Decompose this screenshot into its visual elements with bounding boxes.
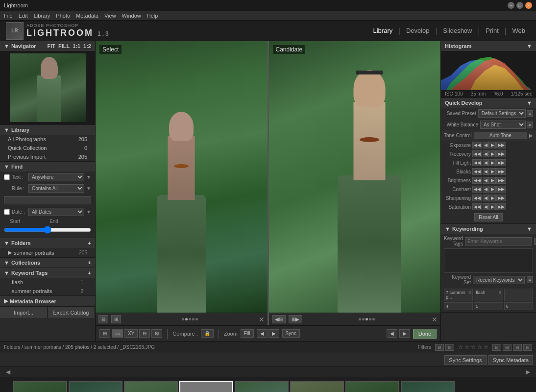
contrast-r[interactable]: ▶ <box>489 186 496 193</box>
brightness-rr[interactable]: ▶▶ <box>496 177 506 184</box>
exposure-rr[interactable]: ▶▶ <box>496 142 506 148</box>
select-zoom-in[interactable]: ⊞ <box>111 315 121 323</box>
done-button[interactable]: Done <box>413 329 437 339</box>
keyword-tags-add-btn[interactable]: + <box>88 270 91 276</box>
white-balance-options[interactable]: ≡ <box>527 122 533 128</box>
sync-settings-btn[interactable]: Sync Settings <box>444 355 486 365</box>
reset-all-btn[interactable]: Reset All <box>474 213 502 221</box>
navigator-thumbnail[interactable] <box>0 51 95 124</box>
film-thumb-7[interactable] <box>345 381 399 392</box>
status-icon-3[interactable]: ⊟ <box>513 344 522 351</box>
menu-edit[interactable]: Edit <box>19 13 28 19</box>
exposure-r[interactable]: ▶ <box>489 142 496 148</box>
menu-photo[interactable]: Photo <box>56 13 70 19</box>
film-thumb-6[interactable] <box>290 381 344 392</box>
menu-help[interactable]: Help <box>147 13 158 19</box>
module-slideshow[interactable]: Slideshow <box>438 25 477 36</box>
saved-preset-options[interactable]: ≡ <box>527 110 533 117</box>
find-date-select[interactable]: All Dates <box>28 208 84 216</box>
folders-add-btn[interactable]: + <box>88 240 91 246</box>
next-btn[interactable]: ▶ <box>399 329 410 338</box>
filmstrip-next[interactable]: ▶ <box>524 368 532 375</box>
film-thumb-8[interactable] <box>401 381 455 392</box>
collections-add-btn[interactable]: + <box>88 260 91 266</box>
keywording-header[interactable]: ▼ Keywording ▼ <box>441 224 536 234</box>
keyword-tags-input[interactable] <box>465 237 532 245</box>
find-header[interactable]: ▼ Find <box>0 162 95 172</box>
library-all-photos[interactable]: All Photographs 205 <box>0 135 95 144</box>
view-loupe-btn[interactable]: ▭ <box>112 329 123 338</box>
film-thumb-4[interactable] <box>179 381 233 392</box>
recovery-r[interactable]: ▶ <box>489 150 496 157</box>
zoom-down[interactable]: ◀ <box>257 329 268 338</box>
nav-1-1-btn[interactable]: 1:1 <box>73 43 80 49</box>
nav-fit-btn[interactable]: FIT <box>47 43 55 49</box>
sync-view-btn[interactable]: Sync <box>282 329 300 338</box>
sharpening-ll[interactable]: ◀◀ <box>472 195 482 201</box>
view-grid-btn[interactable]: ⊞ <box>99 329 110 338</box>
candidate-pane-inner[interactable]: Candidate <box>269 41 441 313</box>
saturation-l[interactable]: ◀ <box>483 203 489 210</box>
navigator-header[interactable]: ▼ Navigator FIT FILL 1:1 1:2 <box>0 41 95 51</box>
module-library[interactable]: Library <box>368 25 397 36</box>
find-rule-options[interactable]: ▼ <box>86 186 91 191</box>
blacks-rr[interactable]: ▶▶ <box>496 168 506 175</box>
menu-window[interactable]: Window <box>122 13 141 19</box>
blacks-ll[interactable]: ◀◀ <box>472 168 482 175</box>
metadata-browser-header[interactable]: ▶ Metadata Browser <box>0 296 95 306</box>
auto-tone-btn[interactable]: Auto Tone <box>474 132 527 139</box>
fill-light-r[interactable]: ▶ <box>489 159 496 166</box>
filter-btn-1[interactable]: ⊟ <box>435 344 444 351</box>
keyword-set-select[interactable]: Recent Keywords <box>473 276 525 284</box>
kw-grid-item-2[interactable]: flash 9 <box>474 289 503 301</box>
kw-grid-item-5[interactable]: 5 <box>474 302 503 310</box>
fill-light-l[interactable]: ◀ <box>483 159 489 166</box>
saturation-r[interactable]: ▶ <box>489 203 496 210</box>
kw-summer-portraits[interactable]: summer portraits 2 <box>0 287 95 295</box>
view-survey-btn[interactable]: ⊠ <box>151 329 162 338</box>
import-button[interactable]: Import... <box>0 307 48 318</box>
brightness-r[interactable]: ▶ <box>489 177 496 184</box>
find-date-checkbox[interactable] <box>4 209 10 215</box>
module-print[interactable]: Print <box>481 25 504 36</box>
find-date-options[interactable]: ▼ <box>86 209 91 215</box>
folder-summer-portraits[interactable]: ▶ summer portraits 205 <box>0 248 95 257</box>
saturation-rr[interactable]: ▶▶ <box>496 203 506 210</box>
blacks-l[interactable]: ◀ <box>483 168 489 175</box>
sharpening-l[interactable]: ◀ <box>483 195 489 201</box>
film-thumb-5[interactable] <box>235 381 289 392</box>
contrast-ll[interactable]: ◀◀ <box>472 186 482 193</box>
blacks-r[interactable]: ▶ <box>489 168 496 175</box>
find-text-options[interactable]: ▼ <box>86 174 91 180</box>
library-quick-collection[interactable]: Quick Collection 0 <box>0 144 95 152</box>
filmstrip-prev[interactable]: ◀ <box>4 368 12 375</box>
exposure-ll[interactable]: ◀◀ <box>472 142 482 148</box>
select-pane-inner[interactable]: Select <box>96 41 268 313</box>
find-text-select[interactable]: Anywhere <box>28 173 84 181</box>
star-2[interactable]: ☆ <box>464 344 469 350</box>
star-5[interactable]: ☆ <box>484 344 488 350</box>
prev-btn[interactable]: ◀ <box>387 329 397 338</box>
sharpening-r[interactable]: ▶ <box>489 195 496 201</box>
library-previous-import[interactable]: Previous Import 205 <box>0 152 95 161</box>
lock-btn[interactable]: 🔒 <box>201 329 214 338</box>
film-thumb-1[interactable] <box>13 381 67 392</box>
select-zoom-out[interactable]: ⊟ <box>98 315 108 323</box>
kw-grid-item-3[interactable] <box>504 289 533 301</box>
candidate-close[interactable]: ✕ <box>432 316 438 323</box>
kw-grid-item-4[interactable]: 4 <box>444 302 473 310</box>
menu-view[interactable]: View <box>104 13 116 19</box>
module-develop[interactable]: Develop <box>401 25 435 36</box>
keyword-tags-header[interactable]: ▼ Keyword Tags + <box>0 268 95 278</box>
candidate-nav-left[interactable]: ◀⊟ <box>272 315 286 323</box>
white-balance-select[interactable]: As Shot <box>480 121 526 129</box>
star-4[interactable]: ☆ <box>477 344 482 350</box>
nav-1-2-btn[interactable]: 1:2 <box>83 43 91 49</box>
film-thumb-3[interactable] <box>124 381 178 392</box>
select-close[interactable]: ✕ <box>259 316 265 323</box>
keyword-set-options[interactable]: ≡ <box>527 276 533 283</box>
contrast-rr[interactable]: ▶▶ <box>496 186 506 193</box>
library-header[interactable]: ▼ Library <box>0 125 95 135</box>
recovery-l[interactable]: ◀ <box>483 150 489 157</box>
zoom-up[interactable]: ▶ <box>268 329 279 338</box>
